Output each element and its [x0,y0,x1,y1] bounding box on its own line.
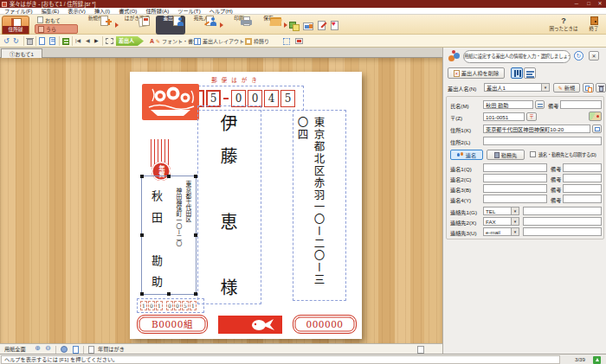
maximize-button[interactable]: □ [583,0,594,8]
nav-next-icon[interactable]: ▶ [94,36,99,46]
zip-input[interactable]: 101-0051 [483,112,525,121]
zoom-out-icon[interactable]: ⊖ [45,345,51,352]
sender-zip-digit: 5 [182,301,189,310]
fit-page-button[interactable]: 用紙全面 [4,346,26,353]
sender-button[interactable]: 差出人 [156,16,185,35]
save-button[interactable]: 保存 [255,16,282,35]
sender-frame-selected[interactable]: 東京都千代田区 神田神保町一〇ー二〇 秋田 勘助 [141,176,197,295]
print-both-checkbox[interactable] [530,151,536,157]
recipient-name-frame[interactable]: 伊藤 恵 様 [197,105,261,304]
canvas[interactable]: 郵便はがき 1 1 5 0 0 4 5 [0,58,442,343]
tab-back[interactable]: うら [35,24,78,34]
zoom-in-icon[interactable]: ⊕ [35,345,41,352]
delete-sender-button[interactable] [596,83,606,93]
tab-front[interactable]: おもて [35,16,78,24]
back-page-icon [38,26,44,33]
panel-close-icon[interactable]: ✕ [589,51,599,61]
joint2-input[interactable] [483,174,547,182]
contact1-input[interactable] [523,207,602,215]
record-nav-icon[interactable] [593,356,601,364]
address-assist-button[interactable] [592,125,602,133]
image-insert-icon[interactable] [303,20,314,31]
contact3-input[interactable] [523,227,602,236]
horizontal-text-toggle[interactable] [524,67,536,79]
undo-icon[interactable]: ↺ [3,36,10,46]
sender-zip-frame[interactable]: 1 0 1 0 0 5 1 [137,298,204,313]
resize-handle[interactable] [194,175,197,178]
sender-select-combo[interactable]: 差出人1 ▾ [484,83,550,92]
pan-icon[interactable] [61,346,68,353]
exit-button[interactable]: 終了 [585,16,603,32]
menu-insert[interactable]: 挿入(I) [90,8,114,14]
menu-view[interactable]: 表示(V) [63,8,90,14]
address2-input[interactable] [483,137,602,145]
map-button[interactable] [589,112,602,121]
joint3-memo-input[interactable] [563,184,602,193]
close-button[interactable]: ✕ [595,0,605,8]
menu-help[interactable]: ヘルプ(H) [205,8,237,14]
recipient-address-frame[interactable]: 東京都北区赤羽一〇ー二〇ー三〇四 [293,110,346,301]
page-corner-icon[interactable] [417,346,424,354]
resize-handle[interactable] [140,175,144,178]
address1-input[interactable]: 東京都千代田区神田神保町10-20 [483,125,590,133]
side-tabs: おもて うら [35,16,78,34]
zip-lookup-button[interactable]: 〒 [526,112,537,121]
workplace-button[interactable]: 勤務先 [487,150,525,160]
resize-handle[interactable] [167,175,171,178]
text-edit-icon[interactable] [317,20,328,31]
frame-decoration-button[interactable]: 枠飾り [245,36,269,46]
resize-handle[interactable] [167,292,171,296]
resize-handle[interactable] [194,233,197,237]
name-input[interactable]: 秋田 勘助 [483,100,533,109]
menu-edit[interactable]: 編集(E) [37,8,64,14]
postcard-header-text: 郵便はがき [173,75,300,84]
recipient-input-button[interactable]: 宛先入力 [187,16,220,35]
menu-addressbook[interactable]: 住所録(A) [141,8,173,14]
help-button[interactable]: ? 困ったときは [545,16,582,32]
joint3-input[interactable] [483,184,547,193]
menu-format[interactable]: 書式(O) [114,8,141,14]
joint-names-button[interactable]: 連名 [450,150,483,160]
ruby-button[interactable] [535,100,545,109]
contact2-input[interactable] [523,217,602,226]
delete-sender-frame-button[interactable]: ✕ 差出人枠を削除 [448,67,505,79]
sender-zip-digit: 0 [174,301,181,310]
nav-prev-icon[interactable]: ◀ [86,36,90,46]
resize-handle[interactable] [140,233,144,237]
menu-file[interactable]: ファイル(F) [0,8,37,14]
sender-step-chip[interactable]: 差出人 [116,36,144,46]
pages-icon[interactable] [73,346,79,354]
minimize-button[interactable]: ─ [571,0,582,8]
joint4-label: 連名4(Y) [450,196,471,204]
copy-sender-button[interactable] [583,83,594,93]
postcard[interactable]: 郵便はがき 1 1 5 0 0 4 5 [130,72,362,339]
sender-address-line2: 神田神保町一〇ー二〇 [174,188,183,246]
print-button[interactable]: 印刷 [224,16,254,35]
joint1-memo-input[interactable] [563,163,602,172]
sender-layout-button[interactable]: 差出人レイアウト [194,36,244,46]
resize-handle[interactable] [140,292,144,296]
joint4-memo-input[interactable] [563,195,602,203]
layout-parts-icon[interactable] [289,20,300,31]
name-memo-input[interactable] [560,100,602,109]
contact2-type-select[interactable]: FAX ▾ [483,217,519,226]
hint-icon[interactable]: ↻ [574,51,583,61]
front-page-icon [37,16,43,23]
resize-handle[interactable] [194,292,197,296]
address-book-button[interactable]: 住所録 [2,16,29,35]
joint2-memo-input[interactable] [563,174,602,182]
page-tab-front1[interactable]: ①おもて1 [1,48,42,58]
nav-first-icon[interactable]: |◀ [75,36,81,46]
contact1-type-select[interactable]: TEL ▾ [483,207,519,215]
joint4-input[interactable] [483,195,547,203]
contact3-type-select[interactable]: e-mail ▾ [483,227,519,236]
select-postcard-button[interactable]: はがき選択 [120,16,153,35]
menu-tools[interactable]: ツール(T) [173,8,204,14]
joint1-input[interactable] [483,163,547,172]
redo-icon[interactable]: ↻ [13,36,19,46]
new-button[interactable]: 新規作成 [81,16,114,35]
new-sender-button[interactable]: ✎ 新規 [553,83,580,93]
vertical-text-toggle[interactable] [511,67,523,79]
font-format-button[interactable]: A ✎ フォント・書式 [150,36,198,46]
heart-edit-icon[interactable]: ♥ [330,20,341,31]
